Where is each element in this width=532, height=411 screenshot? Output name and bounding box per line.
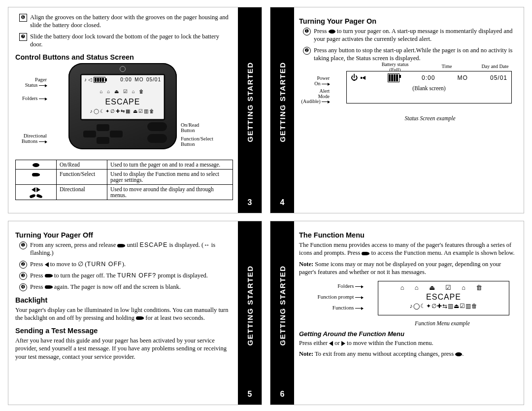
test-message-heading: Sending a Test Message xyxy=(15,327,233,335)
directional-left-icon xyxy=(32,187,35,192)
page-4-tab: GETTING STARTED 4 xyxy=(270,7,294,213)
page5-step-2: ➋ Press to move to ∅ (TURN OFF). xyxy=(19,260,233,269)
turning-off-heading: Turning Your Pager Off xyxy=(15,231,233,239)
callout-on-read: On/ReadButton xyxy=(181,122,225,133)
screen-escape: ESCAPE xyxy=(105,98,140,106)
page-number-4: 4 xyxy=(270,198,294,207)
turning-on-heading: Turning Your Pager On xyxy=(299,17,517,25)
label-time: Time xyxy=(437,64,457,69)
getting-around-text: Press either or to move within the Funct… xyxy=(299,339,517,347)
directional-right-icon xyxy=(341,341,345,346)
page-5-tab: GETTING STARTED 5 xyxy=(238,221,262,405)
on-read-icon xyxy=(455,352,462,356)
label-day-date: Day and Date xyxy=(475,64,515,69)
table-row: Directional Used to move around the disp… xyxy=(16,185,233,200)
directional-left-icon xyxy=(45,262,49,267)
page3-step-7: ➐Slide the battery door lock toward the … xyxy=(19,33,233,49)
status-day: MO xyxy=(457,74,467,82)
on-read-button-icon xyxy=(147,122,167,131)
page-3-tab: GETTING STARTED 3 xyxy=(238,7,262,213)
test-message-text: After you have read this guide and your … xyxy=(15,337,233,361)
speaker-icon xyxy=(362,76,366,80)
page-3-panel: GETTING STARTED 3 ➏Align the grooves on … xyxy=(8,7,262,213)
getting-around-heading: Getting Around the Function Menu xyxy=(299,330,517,338)
page5-step-1: ➊ From any screen, press and release unt… xyxy=(19,241,233,257)
function-select-icon xyxy=(32,173,40,176)
function-menu-heading: The Function Menu xyxy=(299,231,517,239)
section-label: GETTING STARTED xyxy=(246,62,254,142)
motorola-logo-icon xyxy=(120,66,126,72)
fm-label-prompt: Function prompt xyxy=(299,294,363,300)
page5-step-3: ➌ Press to turn the pager off. The TURN … xyxy=(19,272,233,280)
screen-folders: ⌂ ⌂ ⏏ ☑ ⌂ 🗑 xyxy=(84,89,161,94)
battery-icon xyxy=(94,77,105,83)
on-read-icon xyxy=(329,30,335,34)
directional-right-icon xyxy=(36,187,40,192)
function-menu-box: ⌂ ⌂ ⏏ ☑ ⌂ 🗑 ESCAPE ♪◯☾✦∅✚⇆▥⏏☑▥🗑 xyxy=(378,281,509,315)
status-blank-label: (Blank screen) xyxy=(347,85,511,91)
fm-escape: ESCAPE xyxy=(426,293,461,301)
control-buttons-table: On/Read Used to turn the pager on and to… xyxy=(15,160,233,200)
function-select-icon xyxy=(45,285,53,289)
status-screen-box: ⏻ 0:00 MO 05/01 (Blank screen) xyxy=(346,71,512,103)
control-buttons-heading: Control Buttons and Status Screen xyxy=(15,53,233,61)
directional-up-icon xyxy=(29,194,35,199)
page-6-tab: GETTING STARTED 6 xyxy=(270,221,294,405)
on-read-icon xyxy=(33,163,39,167)
function-menu-intro: The Function menu provides access to man… xyxy=(299,241,517,257)
status-screen-illustration: Battery status(Full) Time Day and Date P… xyxy=(299,65,517,114)
table-row: On/Read Used to turn the pager on and to… xyxy=(16,160,233,170)
page4-step-1: ➊ Press to turn your pager on. A start-u… xyxy=(303,27,517,43)
page-number-3: 3 xyxy=(238,198,262,207)
section-label: GETTING STARTED xyxy=(278,266,287,346)
fm-label-folders: Folders xyxy=(299,283,363,289)
function-menu-caption: Function Menu example xyxy=(368,320,517,326)
page4-step-2: ➋Press any button to stop the start-up a… xyxy=(303,46,517,63)
function-select-icon xyxy=(136,316,144,320)
page5-step-4: ➍ Press again. The pager is now off and … xyxy=(19,283,233,291)
function-menu-note: Note: Some icons may or may not be displ… xyxy=(299,260,517,276)
page-number-5: 5 xyxy=(238,390,262,399)
directional-down-icon xyxy=(36,194,43,199)
callout-func-select: Function/SelectButton xyxy=(181,136,230,147)
function-select-icon xyxy=(45,274,53,277)
pager-device-illustration: PagerStatus Folders DirectionalButtons O… xyxy=(15,63,233,157)
function-select-button-icon xyxy=(147,134,167,143)
fm-label-functions: Functions xyxy=(299,305,363,310)
backlight-heading: Backlight xyxy=(15,296,233,304)
function-select-icon xyxy=(117,244,125,247)
page3-step-6: ➏Align the grooves on the battery door w… xyxy=(19,13,233,30)
battery-icon xyxy=(388,73,399,82)
page-4-panel: GETTING STARTED 4 Turning Your Pager On … xyxy=(270,7,524,213)
directional-left-icon xyxy=(329,341,333,346)
callout-directional: DirectionalButtons xyxy=(15,133,47,144)
section-label: GETTING STARTED xyxy=(278,62,287,142)
callout-pager-status: PagerStatus xyxy=(15,77,47,88)
directional-pad-icon xyxy=(83,124,123,144)
section-label: GETTING STARTED xyxy=(246,266,254,346)
backlight-text: Your pager's display can be illuminated … xyxy=(15,306,233,322)
screen-function-icons: ♪◯☾✦∅✚⇆▦ ⏏☑▥🗑 xyxy=(84,108,161,114)
table-row: Function/Select Used to display the Func… xyxy=(16,170,233,185)
label-alert-mode: AlertMode(Audible) xyxy=(300,89,330,104)
page-number-6: 6 xyxy=(270,390,294,399)
status-date: 05/01 xyxy=(490,74,507,82)
fm-folders-row: ⌂ ⌂ ⏏ ☑ ⌂ 🗑 xyxy=(378,284,509,292)
label-power-on: PowerOn xyxy=(300,76,330,86)
status-icons: ♪ ◁ xyxy=(84,77,92,82)
status-time: 0:00 xyxy=(422,74,435,82)
status-screen-caption: Status Screen example xyxy=(343,115,517,121)
page-5-panel: GETTING STARTED 5 Turning Your Pager Off… xyxy=(8,221,262,405)
function-select-icon xyxy=(362,252,369,255)
fm-functions-row: ♪◯☾✦∅✚⇆▥⏏☑▥🗑 xyxy=(378,303,509,310)
page-6-panel: GETTING STARTED 6 The Function Menu The … xyxy=(270,221,524,405)
function-menu-illustration: Folders Function prompt Functions ⌂ ⌂ ⏏ … xyxy=(299,279,517,319)
exit-note: Note: To exit from any menu without acce… xyxy=(299,350,517,358)
pager-device: ♪ ◁ 0:00 MO 05/01 ⌂ ⌂ ⏏ ☑ ⌂ 🗑 ESCAPE ♪◯☾… xyxy=(68,63,177,149)
pager-screen: ♪ ◁ 0:00 MO 05/01 ⌂ ⌂ ⏏ ☑ ⌂ 🗑 ESCAPE ♪◯☾… xyxy=(80,74,165,120)
callout-folders: Folders xyxy=(15,96,47,101)
